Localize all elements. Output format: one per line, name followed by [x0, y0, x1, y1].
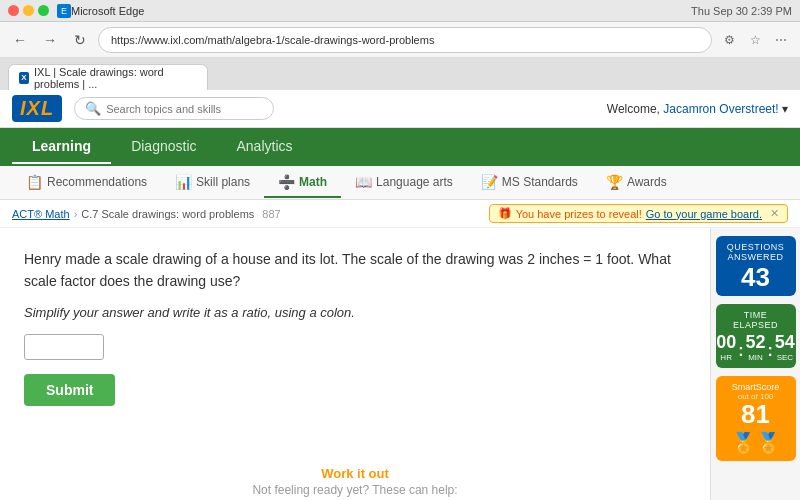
time-sep-1: :: [738, 342, 743, 360]
time-label: Time elapsed: [724, 310, 788, 330]
more-button[interactable]: ⋯: [770, 29, 792, 51]
nav-tab-learning[interactable]: Learning: [12, 130, 111, 164]
address-input[interactable]: [98, 27, 712, 53]
browser-tabs-row: X IXL | Scale drawings: word problems | …: [0, 58, 800, 90]
question-instruction: Simplify your answer and write it as a r…: [24, 305, 686, 320]
ixl-logo: IXL: [12, 95, 62, 122]
welcome-text: Welcome, Jacamron Overstreet! ▾: [607, 102, 788, 116]
seconds-value: 54: [775, 332, 795, 353]
prize-icon: 🎁: [498, 207, 512, 220]
reload-button[interactable]: ↻: [68, 28, 92, 52]
trophy-icons: 🏅🏅: [724, 431, 788, 455]
sub-nav-language-arts[interactable]: 📖 Language arts: [341, 168, 467, 198]
breadcrumb-separator: ›: [74, 208, 78, 220]
search-box[interactable]: 🔍: [74, 97, 274, 120]
skill-plans-icon: 📊: [175, 174, 192, 190]
ms-standards-icon: 📝: [481, 174, 498, 190]
recommendations-icon: 📋: [26, 174, 43, 190]
sub-nav-math[interactable]: ➗ Math: [264, 168, 341, 198]
close-prize-icon[interactable]: ✕: [770, 207, 779, 220]
smart-score-box: SmartScore out of 100 81 🏅🏅: [716, 376, 796, 461]
time-display: 00 HR : 52 MIN : 54 SEC: [724, 332, 788, 362]
back-button[interactable]: ←: [8, 28, 32, 52]
hint-area: Work it out Not feeling ready yet? These…: [24, 466, 686, 497]
time-sep-2: :: [768, 342, 773, 360]
minutes-value: 52: [745, 332, 765, 353]
answer-input[interactable]: [24, 334, 104, 360]
time-elapsed-box: Time elapsed 00 HR : 52 MIN : 54 SEC: [716, 304, 796, 368]
questions-label: Questions answered: [724, 242, 788, 262]
tab-favicon: X: [19, 72, 29, 84]
stats-panel: Questions answered 43 Time elapsed 00 HR…: [710, 228, 800, 500]
close-window-button[interactable]: [8, 5, 19, 16]
hours-value: 00: [716, 332, 736, 353]
minimize-window-button[interactable]: [23, 5, 34, 16]
math-icon: ➗: [278, 174, 295, 190]
browser-title: Microsoft Edge: [71, 5, 144, 17]
sub-nav: 📋 Recommendations 📊 Skill plans ➗ Math 📖…: [0, 166, 800, 200]
submit-button[interactable]: Submit: [24, 374, 115, 406]
sub-nav-ms-standards[interactable]: 📝 MS Standards: [467, 168, 592, 198]
prize-banner: 🎁 You have prizes to reveal! Go to your …: [489, 204, 788, 223]
minutes-label: MIN: [745, 353, 765, 362]
datetime-display: Thu Sep 30 2:39 PM: [691, 5, 792, 17]
smart-score-label: SmartScore: [724, 382, 788, 392]
username: Jacamron Overstreet!: [663, 102, 778, 116]
nav-tab-diagnostic[interactable]: Diagnostic: [111, 130, 216, 164]
breadcrumb-current: C.7 Scale drawings: word problems: [81, 208, 254, 220]
fullscreen-window-button[interactable]: [38, 5, 49, 16]
window-controls[interactable]: [8, 5, 49, 16]
breadcrumb: ACT® Math › C.7 Scale drawings: word pro…: [0, 200, 800, 228]
title-bar: E Microsoft Edge Thu Sep 30 2:39 PM: [0, 0, 800, 22]
favorites-button[interactable]: ☆: [744, 29, 766, 51]
hours-label: HR: [716, 353, 736, 362]
address-bar-icons: ⚙ ☆ ⋯: [718, 29, 792, 51]
nav-tab-analytics[interactable]: Analytics: [217, 130, 313, 164]
tab-title: IXL | Scale drawings: word problems | ..…: [34, 66, 197, 90]
main-nav-tabs: Learning Diagnostic Analytics: [0, 128, 800, 166]
sub-nav-recommendations[interactable]: 📋 Recommendations: [12, 168, 161, 198]
language-arts-icon: 📖: [355, 174, 372, 190]
browser-tab[interactable]: X IXL | Scale drawings: word problems | …: [8, 64, 208, 90]
main-area: Henry made a scale drawing of a house an…: [0, 228, 800, 500]
questions-answered-box: Questions answered 43: [716, 236, 796, 296]
extensions-button[interactable]: ⚙: [718, 29, 740, 51]
search-input[interactable]: [106, 103, 263, 115]
sub-nav-skill-plans[interactable]: 📊 Skill plans: [161, 168, 264, 198]
smart-score-value: 81: [724, 401, 788, 427]
questions-value: 43: [724, 264, 788, 290]
awards-icon: 🏆: [606, 174, 623, 190]
forward-button[interactable]: →: [38, 28, 62, 52]
seconds-label: SEC: [775, 353, 795, 362]
breadcrumb-act-math[interactable]: ACT® Math: [12, 208, 70, 220]
ixl-top-bar: IXL 🔍 Welcome, Jacamron Overstreet! ▾: [0, 90, 800, 128]
browser-favicon: E: [57, 4, 71, 18]
sub-nav-awards[interactable]: 🏆 Awards: [592, 168, 681, 198]
address-bar: ← → ↻ ⚙ ☆ ⋯: [0, 22, 800, 58]
question-text: Henry made a scale drawing of a house an…: [24, 248, 686, 293]
work-it-out-link[interactable]: Work it out: [24, 466, 686, 481]
search-icon: 🔍: [85, 101, 101, 116]
question-area: Henry made a scale drawing of a house an…: [0, 228, 710, 500]
not-ready-text: Not feeling ready yet? These can help:: [24, 483, 686, 497]
prize-link[interactable]: Go to your game board.: [646, 208, 762, 220]
problem-number: 887: [262, 208, 280, 220]
prize-text: You have prizes to reveal!: [516, 208, 642, 220]
